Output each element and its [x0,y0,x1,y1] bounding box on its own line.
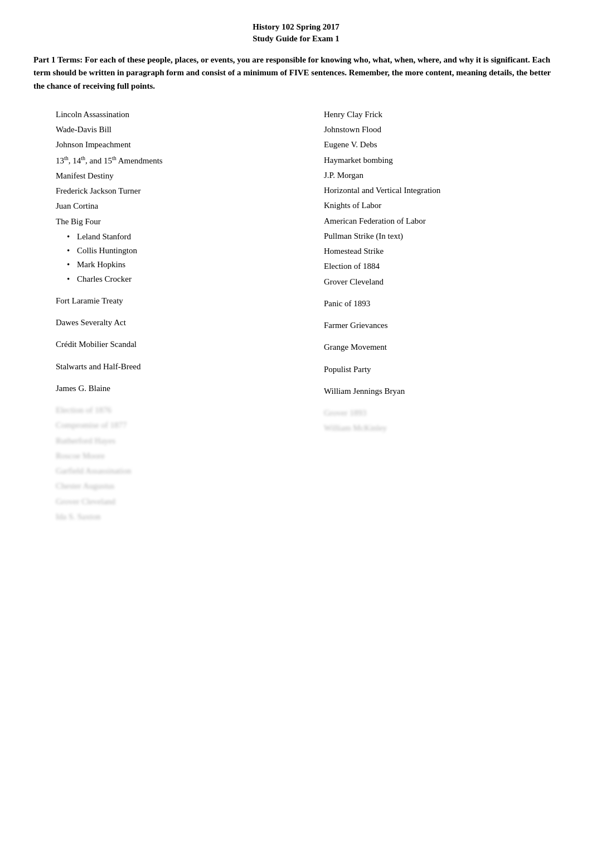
term-pullman-strike: Pullman Strike (In text) [324,230,547,243]
list-item-collis-huntington: Collis Huntington [67,244,279,257]
term-william-jennings-bryan: William Jennings Bryan [324,385,547,398]
redacted-3: Rutherford Hayes [56,435,279,447]
list-item-charles-crocker: Charles Crocker [67,273,279,286]
term-wade-davis-bill: Wade-Davis Bill [56,123,279,136]
term-henry-clay-frick: Henry Clay Frick [324,108,547,121]
term-manifest-destiny: Manifest Destiny [56,170,279,182]
intro-text: Part 1 Terms: For each of these people, … [33,54,559,93]
list-item-leland-stanford: Leland Stanford [67,230,279,243]
term-populist-party: Populist Party [324,363,547,376]
redacted-7: Grover Cleveland [56,495,279,508]
terms-container: Lincoln Assassination Wade-Davis Bill Jo… [33,108,559,525]
term-stalwarts-half-breed: Stalwarts and Half-Breed [56,360,279,373]
right-column: Henry Clay Frick Johnstown Flood Eugene … [290,108,559,525]
term-juan-cortina: Juan Cortina [56,200,279,213]
term-lincoln-assassination: Lincoln Assassination [56,108,279,121]
term-frederick-jackson-turner: Frederick Jackson Turner [56,185,279,197]
term-election-1884: Election of 1884 [324,260,547,273]
redacted-4: Roscoe Moore [56,450,279,462]
term-haymarket-bombing: Haymarket bombing [324,154,547,167]
term-the-big-four: The Big Four [56,215,279,228]
redacted-6: Chester Augustus [56,480,279,493]
term-knights-of-labor: Knights of Labor [324,199,547,212]
right-redacted-1: Grover 1893 [324,407,547,419]
list-item-mark-hopkins: Mark Hopkins [67,258,279,271]
term-amendments: 13th, 14th, and 15th Amendments [56,154,279,167]
term-credit-mobilier: Crédit Mobilier Scandal [56,338,279,351]
term-jp-morgan: J.P. Morgan [324,169,547,182]
term-grover-cleveland: Grover Cleveland [324,276,547,288]
term-horizontal-vertical-integration: Horizontal and Vertical Integration [324,184,547,197]
term-johnson-impeachment: Johnson Impeachment [56,138,279,151]
left-column: Lincoln Assassination Wade-Davis Bill Jo… [33,108,290,525]
term-farmer-grievances: Farmer Grievances [324,319,547,332]
term-johnstown-flood: Johnstown Flood [324,123,547,136]
redacted-2: Compromise of 1877 [56,419,279,432]
page-subtitle: Study Guide for Exam 1 [33,34,559,44]
page-title: History 102 Spring 2017 [33,22,559,32]
term-grange-movement: Grange Movement [324,341,547,354]
term-american-federation-of-labor: American Federation of Labor [324,215,547,228]
redacted-8: Ida S. Saxton [56,510,279,523]
term-panic-1893: Panic of 1893 [324,297,547,310]
term-james-blaine: James G. Blaine [56,382,279,395]
term-homestead-strike: Homestead Strike [324,245,547,258]
redacted-1: Election of 1876 [56,404,279,417]
big-four-list: Leland Stanford Collis Huntington Mark H… [67,230,279,286]
redacted-5: Garfield Assassination [56,465,279,478]
term-eugene-debs: Eugene V. Debs [324,138,547,151]
right-redacted-2: William McKinley [324,422,547,435]
term-dawes-severalty-act: Dawes Severalty Act [56,316,279,329]
term-fort-laramie-treaty: Fort Laramie Treaty [56,295,279,307]
